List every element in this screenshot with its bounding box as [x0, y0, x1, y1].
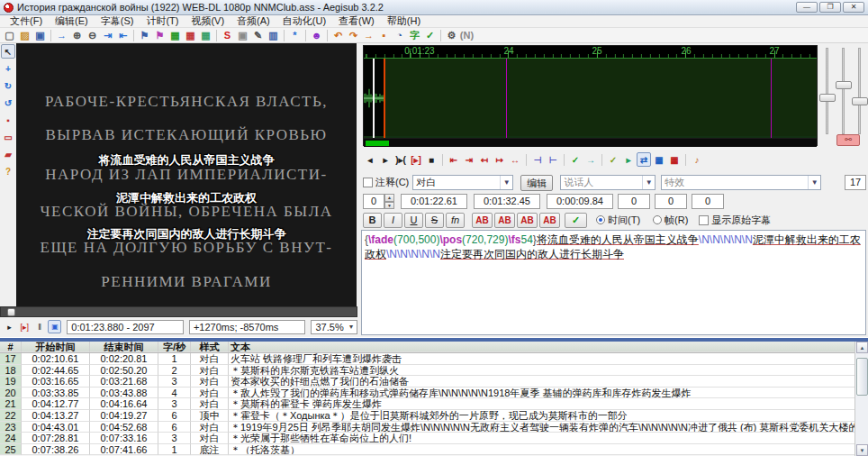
table-row[interactable]: 190:03:16.650:03:21.683对白资本家收买的奸细点燃了我们的石… — [0, 376, 868, 388]
properties-icon[interactable]: ✎ — [250, 29, 266, 42]
audio-waveform[interactable] — [364, 59, 817, 138]
actor-select[interactable]: 说话人 ▼ — [560, 175, 656, 190]
volume-slider-thumb[interactable] — [852, 97, 868, 105]
auto-commit-icon[interactable]: ✓ — [606, 152, 620, 167]
rectangular-clip-icon[interactable]: ▭ — [1, 130, 15, 144]
table-row[interactable]: 210:04:12.770:04:16.643对白＊莫斯科的霍登卡 弹药库发生爆… — [0, 398, 868, 410]
audio-next-line-icon[interactable]: ▸ — [378, 152, 393, 167]
frame-radio[interactable] — [653, 215, 662, 224]
zoom-in-icon[interactable]: ⊕ — [69, 29, 85, 42]
audio-prev-line-icon[interactable]: ◂ — [363, 152, 377, 167]
layer-field[interactable]: 0 — [363, 194, 384, 209]
edit-style-button[interactable]: 编辑 — [520, 175, 553, 191]
start-time-field[interactable]: 0:01:22.61 — [401, 194, 467, 209]
shift-start-back-icon[interactable]: ⇤ — [447, 152, 461, 167]
table-row[interactable]: 230:04:43.010:04:52.686对白＊1919年9月25日 列昂季… — [0, 422, 868, 433]
link-vertical-zoom-button[interactable]: ⚯ — [836, 134, 860, 146]
table-row[interactable]: 170:02:10.610:02:20.811对白火车站 铁路修理厂和列车遭到爆… — [0, 353, 868, 365]
video-play-line-button[interactable]: [▸] — [18, 320, 32, 333]
table-row[interactable]: 220:04:13.270:04:19.276顶中＊霍登卡（＊Ходынка＊）… — [0, 410, 868, 422]
select-lines-icon[interactable]: ▥ — [266, 29, 281, 42]
menu-item-F[interactable]: 文件(F) — [4, 15, 49, 27]
video-play-button[interactable]: ▸ — [3, 320, 16, 333]
grid-header-3[interactable]: 字/秒 — [158, 342, 191, 352]
help-icon[interactable]: ? — [1, 164, 15, 178]
rotate-z-icon[interactable]: ↻ — [1, 78, 15, 93]
snap-to-keyframe-icon[interactable]: ↔ — [508, 152, 522, 167]
scroll-down-icon[interactable]: ▼ — [856, 444, 868, 456]
close-button[interactable]: ✕ — [843, 2, 864, 13]
margin-field-1[interactable]: 0 — [655, 194, 687, 209]
menu-item-S[interactable]: 字幕(S) — [95, 15, 140, 27]
grid-header-0[interactable]: # — [0, 342, 22, 352]
italic-button[interactable]: I — [384, 213, 402, 228]
kanji-timer-icon[interactable]: 字 — [407, 29, 422, 42]
menu-item-V[interactable]: 视频(V) — [185, 15, 231, 27]
styling-assistant-icon[interactable]: ⚑ — [152, 29, 167, 42]
vector-clip-icon[interactable]: ▰ — [1, 147, 15, 161]
drag-position-icon[interactable]: + — [1, 61, 15, 76]
grid-header-2[interactable]: 结束时间 — [90, 342, 158, 352]
grid-header-5[interactable]: 文本 — [229, 342, 868, 352]
snap-start-to-video-icon[interactable]: ⇥ — [100, 29, 115, 42]
options-icon[interactable]: ☻ — [309, 29, 324, 42]
add-lead-out-icon[interactable]: ⊢ — [546, 152, 560, 167]
video-seek-thumb[interactable] — [7, 308, 15, 316]
shadow-color-button[interactable]: AB — [539, 213, 560, 228]
menu-item-W[interactable]: 查看(W) — [332, 15, 381, 27]
grid-header-1[interactable]: 开始时间 — [22, 342, 90, 352]
link-vertical-zoom-icon[interactable]: ▦ — [667, 152, 682, 167]
commit-icon[interactable]: ✓ — [568, 152, 583, 167]
stop-icon[interactable]: ▪ — [376, 29, 392, 42]
restore-button[interactable]: ❐ — [819, 2, 841, 13]
secondary-color-button[interactable]: AB — [494, 213, 515, 228]
layer-spinner[interactable]: ▲▼ — [384, 194, 394, 209]
zoom-out-icon[interactable]: ⊖ — [85, 29, 100, 42]
spectrum-mode-icon[interactable]: ▦ — [652, 152, 666, 167]
table-row[interactable]: 180:02:44.650:02:50.202对白＊莫斯科的库尔斯克铁路车站遭到… — [0, 365, 868, 377]
grid-scrollbar-thumb[interactable] — [856, 358, 868, 396]
audio-stop-icon[interactable]: ■ — [424, 152, 439, 167]
shift-end-forward-icon[interactable]: ↦ — [493, 152, 507, 167]
strikeout-button[interactable]: S — [425, 213, 444, 228]
shift-end-back-icon[interactable]: ↤ — [477, 152, 492, 167]
scale-icon[interactable]: ▪ — [1, 113, 15, 127]
whats-new-icon[interactable]: (N) — [459, 29, 475, 42]
video-pause-button[interactable]: ‖ — [33, 320, 47, 333]
bold-button[interactable]: B — [363, 213, 382, 228]
auto-scroll-icon[interactable]: ⇄ — [637, 152, 651, 167]
end-time-field[interactable]: 0:01:32.45 — [474, 194, 540, 209]
auto-next-icon[interactable]: ▸ — [621, 152, 636, 167]
keyframe-marker[interactable] — [506, 59, 507, 138]
grid-scrollbar[interactable]: ▲ ▼ — [854, 342, 868, 456]
primary-color-button[interactable]: AB — [472, 213, 493, 228]
minimize-button[interactable]: — — [796, 2, 818, 13]
comment-checkbox[interactable] — [363, 178, 373, 187]
shift-times-icon[interactable]: ⚑ — [137, 29, 152, 42]
scroll-up-icon[interactable]: ▲ — [856, 342, 868, 353]
audio-scrollbar[interactable] — [364, 138, 817, 147]
undo-icon[interactable]: ↶ — [330, 29, 346, 42]
spell-checker-icon[interactable]: ✓ — [422, 29, 438, 42]
timing-postprocessor-icon[interactable]: ◔ — [392, 29, 407, 42]
redo-icon[interactable]: ↷ — [346, 29, 361, 42]
rotate-xy-icon[interactable]: ↺ — [1, 96, 15, 110]
time-radio[interactable] — [596, 215, 605, 224]
jump-to-icon[interactable]: → — [54, 29, 69, 42]
margin-field-0[interactable]: 0 — [618, 194, 650, 209]
table-row[interactable]: 250:07:38.260:07:41.661底注＊（托洛茨基） — [0, 444, 868, 456]
grid-header-4[interactable]: 样式 — [191, 342, 229, 352]
play-selection-icon[interactable]: )▸( — [393, 152, 408, 167]
menu-item-A[interactable]: 音频(A) — [231, 15, 276, 27]
video-seek-bar[interactable] — [0, 306, 357, 317]
open-file-icon[interactable]: ▨ — [17, 29, 32, 42]
snap-end-to-video-icon[interactable]: ⇤ — [115, 29, 131, 42]
menu-item-H[interactable]: 帮助(H) — [381, 15, 427, 27]
subtitle-text-editor[interactable]: {\fade(700,500)\pos(720,729)\fs54}将流血受难的… — [361, 230, 866, 335]
video-zoom-select[interactable]: 37.5% ▾ — [311, 320, 357, 334]
horizontal-zoom-slider-thumb[interactable] — [819, 94, 836, 102]
menu-item-U[interactable]: 自动化(U) — [276, 15, 332, 27]
table-row[interactable]: 240:07:28.810:07:33.163对白＊光荣属于那些牺牲在革命岗位上… — [0, 433, 868, 444]
selstart-marker[interactable] — [384, 59, 385, 138]
commit-button[interactable]: ✓ — [565, 213, 587, 228]
